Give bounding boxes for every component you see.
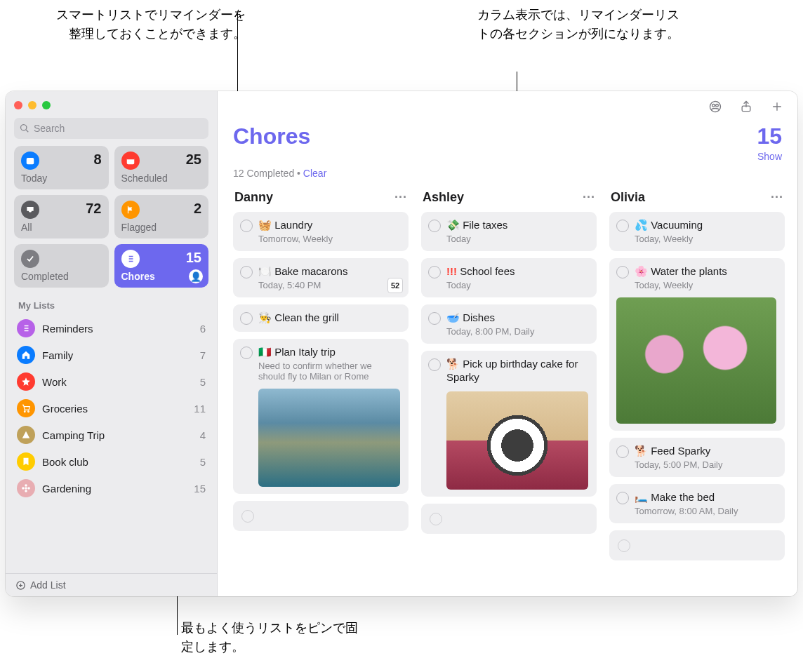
reminder-card[interactable]: 💸 File taxesToday [421, 212, 597, 251]
new-reminder-placeholder[interactable] [609, 530, 785, 560]
reminder-title: 🥣 Dishes [446, 311, 495, 325]
reminder-title: 🇮🇹 Plan Italy trip [258, 346, 336, 359]
complete-radio[interactable] [428, 358, 441, 371]
complete-radio[interactable] [616, 266, 629, 278]
share-button[interactable] [738, 99, 754, 114]
complete-radio[interactable] [240, 266, 253, 278]
search-input[interactable]: Search [14, 118, 208, 139]
new-reminder-placeholder[interactable] [233, 501, 409, 531]
reminder-card[interactable]: 🌸 Water the plantsToday, Weekly [609, 258, 785, 431]
reminder-card[interactable]: 👨‍🍳 Clean the grill [233, 304, 409, 332]
complete-radio[interactable] [616, 445, 629, 458]
column-danny: Danny···🧺 LaundryTomorrow, Weekly🍽️ Bake… [233, 189, 409, 596]
list-icon [121, 250, 140, 268]
list-row-family[interactable]: Family 7 [6, 342, 217, 368]
list-name: Gardening [42, 483, 91, 495]
complete-radio[interactable] [428, 266, 441, 278]
column-title: Danny [234, 190, 273, 205]
list-icon [17, 319, 35, 337]
list-icon [17, 426, 35, 444]
reminder-title: 👨‍🍳 Clean the grill [258, 311, 339, 325]
reminder-title: 🐕 Pick up birthday cake for Sparky [446, 358, 588, 384]
smart-completed[interactable]: Completed [14, 244, 109, 288]
list-row-groceries[interactable]: Groceries 11 [6, 395, 217, 422]
callout-smartlist: スマートリストでリマインダーを整理しておくことができます。 [49, 6, 246, 43]
reminder-meta: Today, Weekly [635, 280, 776, 290]
list-name: Family [42, 349, 73, 361]
reminder-image [446, 391, 588, 490]
reminder-meta: Tomorrow, Weekly [258, 234, 400, 244]
complete-radio[interactable] [616, 220, 629, 232]
list-header: Chores 15 Show [218, 122, 797, 168]
complete-radio[interactable] [428, 220, 441, 232]
list-name: Reminders [42, 323, 93, 335]
reminder-meta: Today [446, 280, 588, 290]
close-button[interactable] [14, 101, 22, 109]
column-title: Olivia [611, 190, 645, 205]
column-olivia: Olivia···💦 VacuumingToday, Weekly🌸 Water… [609, 189, 785, 596]
show-completed-link[interactable]: Show [757, 151, 782, 162]
smart-today[interactable]: 8 Today [14, 146, 109, 189]
reminder-title: 🌸 Water the plants [635, 265, 727, 278]
add-button[interactable] [769, 99, 785, 114]
smart-chores[interactable]: 15 Chores 👤 [114, 244, 209, 288]
complete-radio[interactable] [428, 312, 441, 325]
minimize-button[interactable] [28, 101, 36, 109]
list-count: 6 [200, 323, 206, 335]
complete-radio[interactable] [240, 312, 253, 325]
list-count: 5 [200, 376, 206, 388]
reminder-card[interactable]: 🍽️ Bake macaronsToday, 5:40 PM52 [233, 258, 409, 297]
add-list-button[interactable]: Add List [6, 573, 217, 596]
list-row-book-club[interactable]: Book club 5 [6, 448, 217, 475]
callout-pin: 最もよく使うリストをピンで固定します。 [181, 619, 364, 657]
reminder-note: Need to confirm whether we should fly to… [258, 361, 400, 382]
zoom-button[interactable] [42, 101, 51, 109]
reminders-window: Search 8 Today 25 Scheduled 72 All 2 Fla… [6, 91, 797, 596]
reminder-meta: Today, 5:00 PM, Daily [635, 459, 776, 470]
reminder-card[interactable]: 🐕 Pick up birthday cake for Sparky [421, 351, 597, 497]
reminder-card[interactable]: 💦 VacuumingToday, Weekly [609, 212, 785, 251]
reminder-title: 💸 File taxes [446, 219, 507, 232]
list-count: 15 [757, 123, 782, 149]
reminder-title: 🍽️ Bake macarons [258, 265, 347, 278]
list-name: Camping Trip [42, 429, 105, 441]
svg-point-6 [25, 484, 27, 487]
list-count: 5 [200, 456, 206, 468]
list-row-camping-trip[interactable]: Camping Trip 4 [6, 422, 217, 448]
complete-radio[interactable] [240, 347, 253, 359]
list-row-work[interactable]: Work 5 [6, 368, 217, 395]
smart-all[interactable]: 72 All [14, 195, 109, 238]
callout-columns: カラム表示では、リマインダーリストの各セクションが列になります。 [477, 6, 688, 43]
svg-point-11 [710, 102, 721, 112]
reminder-meta: Today, 5:40 PM [258, 280, 400, 290]
reminder-title: 🛏️ Make the bed [635, 491, 715, 504]
column-ashley: Ashley···💸 File taxesToday!!! School fee… [421, 189, 597, 596]
reminder-meta: Today [446, 234, 588, 244]
complete-radio[interactable] [616, 492, 629, 504]
column-more-button[interactable]: ··· [394, 190, 407, 205]
svg-point-3 [24, 411, 25, 412]
reminder-card[interactable]: 🥣 DishesToday, 8:00 PM, Daily [421, 304, 597, 344]
clear-completed-link[interactable]: Clear [303, 168, 326, 179]
toolbar [218, 91, 797, 122]
list-row-reminders[interactable]: Reminders 6 [6, 315, 217, 342]
complete-radio[interactable] [240, 220, 253, 232]
share-people-button[interactable] [708, 99, 723, 114]
list-row-gardening[interactable]: Gardening 15 [6, 475, 217, 502]
column-more-button[interactable]: ··· [771, 190, 783, 205]
reminder-title: !!! School fees [446, 265, 515, 278]
column-more-button[interactable]: ··· [583, 190, 595, 205]
smart-flagged[interactable]: 2 Flagged [114, 195, 209, 238]
reminder-card[interactable]: 🐕 Feed SparkyToday, 5:00 PM, Daily [609, 438, 785, 477]
smart-scheduled[interactable]: 25 Scheduled [114, 146, 209, 189]
complete-radio[interactable] [430, 513, 442, 525]
reminder-card[interactable]: 🇮🇹 Plan Italy tripNeed to confirm whethe… [233, 339, 409, 494]
complete-radio[interactable] [241, 510, 254, 523]
complete-radio[interactable] [618, 539, 630, 552]
new-reminder-placeholder[interactable] [421, 504, 597, 534]
reminder-card[interactable]: 🧺 LaundryTomorrow, Weekly [233, 212, 409, 251]
list-icon [17, 346, 35, 364]
reminder-card[interactable]: 🛏️ Make the bedTomorrow, 8:00 AM, Daily [609, 484, 785, 523]
tray-icon [21, 201, 39, 219]
reminder-card[interactable]: !!! School feesToday [421, 258, 597, 297]
